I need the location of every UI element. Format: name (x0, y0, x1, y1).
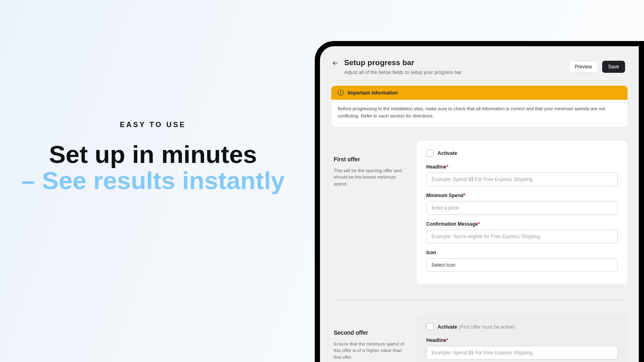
first-offer-section: First offer This will be the opening off… (331, 141, 627, 284)
page-header: Setup progress bar Adjust all of the bel… (331, 58, 627, 75)
minspend-label: Minimum Spend (426, 193, 464, 198)
second-offer-title: Second offer (334, 329, 409, 336)
page-title: Setup progress bar (344, 58, 462, 67)
first-offer-activate-label: Activate (438, 150, 457, 156)
second-offer-desc: Ensure that the minimum spend of this of… (334, 341, 409, 361)
notice-body: Before progressing to the installation s… (331, 100, 627, 127)
headline2-input[interactable] (426, 346, 618, 360)
back-arrow-icon[interactable] (331, 60, 339, 67)
hero-headline: Set up in minutes (0, 141, 306, 167)
icon-select[interactable]: Select Icon (426, 258, 618, 272)
icon-label: Icon (426, 250, 436, 255)
hero-subhead: – See results instantly (0, 167, 306, 193)
minspend-input[interactable] (426, 201, 618, 215)
preview-button[interactable]: Preview (569, 61, 598, 73)
second-offer-activate-checkbox[interactable] (426, 323, 433, 330)
tablet-frame: Setup progress bar Adjust all of the bel… (315, 41, 644, 362)
confirm-label: Confirmation Message (426, 221, 478, 227)
first-offer-title: First offer (334, 156, 409, 162)
second-offer-card: Activate (First offer must be active) He… (417, 314, 627, 362)
save-button[interactable]: Save (602, 61, 625, 73)
second-offer-activate-note: (First offer must be active) (459, 324, 515, 330)
hero-eyebrow: EASY TO USE (0, 121, 306, 129)
section-divider (334, 300, 625, 300)
headline-label: Headline (426, 164, 446, 170)
first-offer-desc: This will be the opening offer and shoul… (334, 167, 409, 187)
second-offer-activate-label: Activate (438, 324, 457, 330)
important-notice: i Important information Before progressi… (331, 86, 627, 127)
first-offer-activate-checkbox[interactable] (426, 150, 433, 157)
app-screen: Setup progress bar Adjust all of the bel… (320, 46, 639, 362)
headline-input[interactable] (426, 173, 618, 186)
second-offer-section: Second offer Ensure that the minimum spe… (331, 314, 627, 362)
first-offer-card: Activate Headline* Minimum Spend* Confir… (417, 141, 627, 284)
info-icon: i (338, 90, 344, 96)
marketing-hero: EASY TO USE Set up in minutes – See resu… (0, 121, 306, 193)
page-subtitle: Adjust all of the below fields to setup … (344, 70, 462, 75)
headline2-label: Headline (426, 337, 446, 343)
notice-heading: Important information (348, 90, 398, 96)
confirm-input[interactable] (426, 230, 618, 243)
